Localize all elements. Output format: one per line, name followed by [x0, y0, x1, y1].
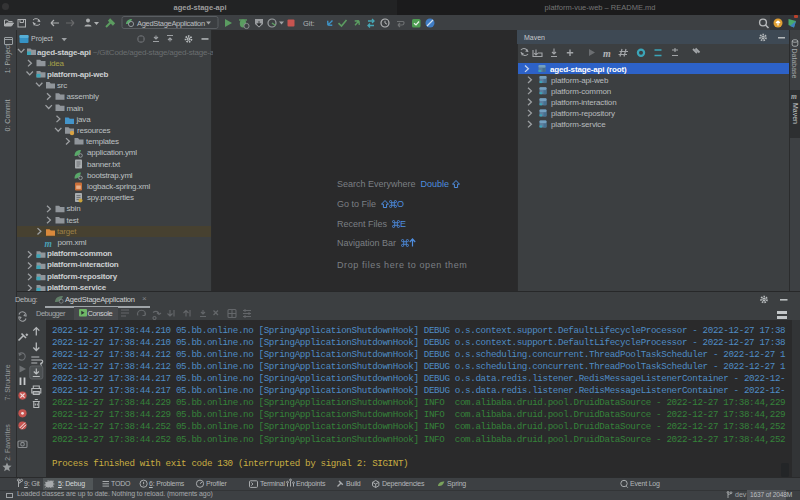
svg-text:Git:: Git:: [303, 19, 315, 28]
svg-text:m: m: [603, 48, 611, 59]
svg-text:m: m: [45, 239, 52, 249]
svg-text:AgedStageApplication: AgedStageApplication: [137, 19, 205, 28]
